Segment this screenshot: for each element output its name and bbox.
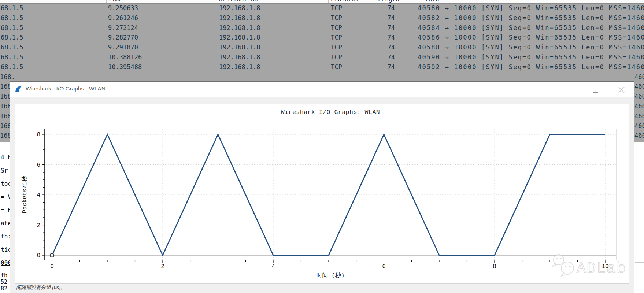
maximize-button[interactable] [587, 82, 604, 97]
column-header-time[interactable]: Time [108, 0, 122, 3]
packet-cell: 74 [381, 62, 395, 72]
packet-cell: TCP [331, 13, 342, 23]
packet-cell: TCP [331, 4, 342, 13]
x-axis-title: 时间 (秒) [317, 272, 345, 279]
y-tick-label: 4 [37, 192, 40, 199]
dialog-titlebar[interactable]: Wireshark · I/O Graphs · WLAN [10, 82, 634, 97]
packet-row[interactable]: 68.1.59.282770192.168.1.8TCP7440586 → 10… [0, 33, 644, 42]
packet-cell-fragment: 460 [634, 111, 644, 121]
packet-cell: 68.1.5 [1, 4, 23, 13]
x-tick-label: 0 [50, 263, 54, 270]
packet-cell: 68.1.5 [1, 33, 23, 42]
detail-pane-edge-fragments: 4 bSrtoc= V= Hateth:tic000fb528291 [0, 142, 11, 293]
packet-cell: 40584 → 10000 [SYN] Seq=0 Win=65535 Len=… [418, 23, 644, 33]
io-graphs-dialog: Wireshark · I/O Graphs · WLAN 0246810024… [10, 81, 634, 293]
column-separator[interactable] [106, 0, 107, 3]
column-separator[interactable] [422, 0, 422, 3]
io-graph-chart[interactable]: 024681002468Wireshark I/O Graphs: WLAN时间… [15, 104, 629, 284]
packet-cell: 40582 → 10000 [SYN] Seq=0 Win=65535 Len=… [418, 13, 644, 23]
packet-cell: 9.282770 [108, 33, 138, 42]
packet-cell-fragment: 460 [634, 82, 644, 92]
packet-cell: 40580 → 10000 [SYN] Seq=0 Win=65535 Len=… [418, 4, 644, 13]
packet-cell: 192.168.1.8 [219, 42, 260, 52]
packet-cell: TCP [331, 52, 342, 62]
x-tick-label: 2 [161, 263, 164, 270]
packet-row[interactable]: 68.1.59.291870192.168.1.8TCP7440588 → 10… [0, 42, 644, 52]
packet-cell: TCP [331, 42, 342, 52]
packet-cell: 192.168.1.8 [219, 62, 260, 72]
packet-row-partial[interactable]: 168.460 [0, 72, 644, 82]
column-header-destination[interactable]: Destination [219, 0, 258, 3]
hex-byte-fragment[interactable]: 82 [1, 285, 7, 292]
column-header-info[interactable]: Info [425, 0, 439, 3]
packet-cell: 74 [381, 33, 395, 42]
packet-cell: 40592 → 10000 [SYN] Seq=0 Win=65535 Len=… [418, 62, 644, 72]
packet-cell: 10.395488 [108, 62, 142, 72]
packet-cell: 192.168.1.8 [219, 33, 260, 42]
packet-cell: 68.1.5 [1, 42, 23, 52]
y-axis-title: Packets/1秒 [21, 175, 28, 213]
watermark: ADLab [553, 255, 626, 278]
minimize-icon [568, 90, 574, 90]
packet-cell-fragment: 460 [634, 121, 644, 131]
hex-byte-fragment[interactable]: fb [1, 272, 7, 279]
packet-list-header: Time Destination Protocol Length Info [0, 0, 644, 4]
packet-cell-fragment: 460 [634, 72, 644, 82]
packet-cell: 74 [381, 23, 395, 33]
packet-cell: 74 [381, 42, 395, 52]
maximize-icon [593, 88, 598, 93]
column-separator[interactable] [377, 0, 377, 3]
wireshark-logo-icon [15, 85, 23, 93]
wechat-bubble-icon [561, 262, 574, 274]
screenshot-root: Time Destination Protocol Length Info 68… [0, 0, 644, 293]
dialog-title: Wireshark · I/O Graphs · WLAN [26, 85, 106, 92]
right-edge-strip [635, 142, 644, 293]
y-tick-label: 8 [37, 131, 40, 138]
packet-cell: 192.168.1.8 [219, 4, 260, 13]
packet-cell-fragment: 168. [0, 72, 15, 82]
packet-cell: 68.1.5 [1, 13, 23, 23]
detail-tree-fragment[interactable]: Sr [1, 167, 8, 174]
pane-divider [0, 146, 11, 147]
close-button[interactable] [613, 82, 630, 97]
packet-cell: 74 [381, 52, 395, 62]
data-point-marker [50, 253, 54, 257]
scrollbar-edge-line [635, 262, 644, 263]
packet-cell: 68.1.5 [1, 62, 23, 72]
packet-cell: TCP [331, 33, 342, 42]
packet-cell-fragment: 460 [634, 131, 644, 141]
packet-cell: 40588 → 10000 [SYN] Seq=0 Win=65535 Len=… [418, 42, 644, 52]
wechat-bubble-icon [554, 255, 564, 265]
packet-cell-fragment: 460 [634, 101, 644, 111]
packet-cell: TCP [331, 23, 342, 33]
packet-cell: 68.1.5 [1, 23, 23, 33]
packet-cell: 74 [381, 4, 395, 13]
packet-cell: TCP [331, 62, 342, 72]
y-tick-label: 2 [37, 222, 40, 229]
close-icon [613, 82, 630, 97]
packet-cell: 40586 → 10000 [SYN] Seq=0 Win=65535 Len=… [418, 33, 644, 42]
packet-cell: 9.272124 [108, 23, 138, 33]
packet-cell: 192.168.1.8 [219, 23, 260, 33]
packet-cell-fragment: 460 [634, 92, 644, 101]
hex-byte-fragment[interactable]: 52 [1, 279, 7, 285]
column-separator[interactable] [328, 0, 329, 3]
column-header-length[interactable]: Length [378, 0, 399, 3]
packet-row[interactable]: 68.1.59.261246192.168.1.8TCP7440582 → 10… [0, 13, 644, 23]
minimize-button[interactable] [562, 82, 579, 97]
packet-row[interactable]: 68.1.510.395488192.168.1.8TCP7440592 → 1… [0, 62, 644, 72]
status-hint: 间隔期没有分组 (0s)。 [16, 284, 66, 291]
packet-row[interactable]: 68.1.510.388126192.168.1.8TCP7440590 → 1… [0, 52, 644, 62]
scrollbar-edge-line [635, 257, 644, 257]
x-tick-label: 8 [493, 263, 496, 270]
packet-cell: 40590 → 10000 [SYN] Seq=0 Win=65535 Len=… [418, 52, 644, 62]
watermark-text: ADLab [577, 260, 626, 278]
column-separator[interactable] [217, 0, 217, 3]
packet-cell: 68.1.5 [1, 52, 23, 62]
packet-row[interactable]: 68.1.59.272124192.168.1.8TCP7440584 → 10… [0, 23, 644, 33]
pane-divider [0, 270, 11, 270]
packet-cell: 9.261246 [108, 13, 138, 23]
column-header-protocol[interactable]: Protocol [331, 0, 359, 3]
packet-row[interactable]: 68.1.59.250633192.168.1.8TCP7440580 → 10… [0, 4, 644, 13]
y-tick-label: 0 [37, 252, 40, 259]
